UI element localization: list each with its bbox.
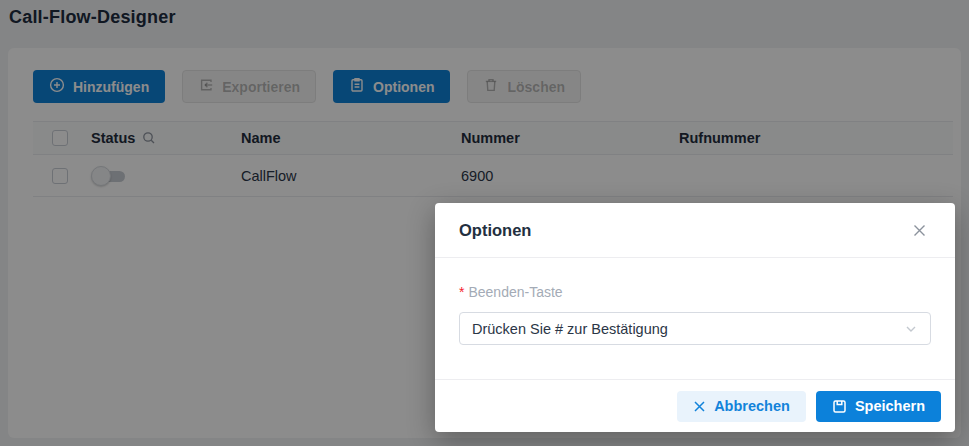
end-key-select[interactable]: Drücken Sie # zur Bestätigung xyxy=(459,312,931,345)
options-dialog: Optionen *Beenden-Taste Drücken Sie # zu… xyxy=(435,203,955,432)
field-label-text: Beenden-Taste xyxy=(468,284,562,300)
close-icon xyxy=(912,226,927,241)
dialog-title: Optionen xyxy=(459,221,531,240)
chevron-down-icon xyxy=(904,322,918,336)
save-button-label: Speichern xyxy=(855,398,925,414)
cancel-x-icon xyxy=(693,400,706,413)
floppy-disk-icon xyxy=(832,399,847,414)
end-key-select-value: Drücken Sie # zur Bestätigung xyxy=(472,321,668,337)
close-button[interactable] xyxy=(908,219,931,242)
dialog-header: Optionen xyxy=(435,203,955,258)
required-mark: * xyxy=(459,284,464,300)
field-label: *Beenden-Taste xyxy=(459,284,931,300)
dialog-footer: Abbrechen Speichern xyxy=(435,379,955,432)
save-button[interactable]: Speichern xyxy=(816,391,941,422)
cancel-button[interactable]: Abbrechen xyxy=(677,391,806,422)
cancel-button-label: Abbrechen xyxy=(714,398,790,414)
dialog-body: *Beenden-Taste Drücken Sie # zur Bestäti… xyxy=(435,258,955,345)
